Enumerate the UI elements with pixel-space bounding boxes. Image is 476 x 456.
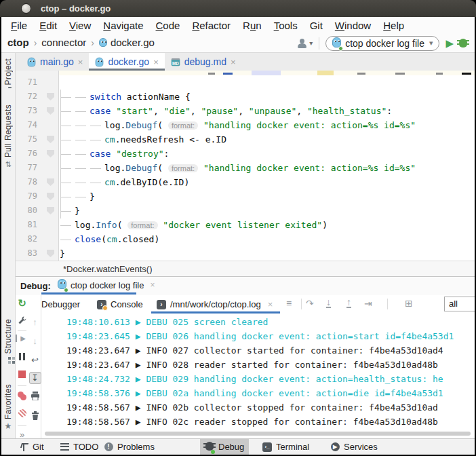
gutter-fold-cell[interactable] xyxy=(41,175,58,189)
close-icon[interactable]: × xyxy=(150,280,155,290)
sidebar-item-favorites[interactable]: Favorites★ xyxy=(1,384,15,430)
breadcrumb-item[interactable]: ctop xyxy=(7,37,29,48)
statusbar-item-services[interactable]: ▶Services xyxy=(325,439,382,455)
line-number[interactable]: 74 xyxy=(16,118,41,132)
gutter-fold-cell[interactable] xyxy=(41,232,58,246)
line-number[interactable]: 79 xyxy=(16,189,41,204)
menu-item-help[interactable]: Help xyxy=(377,20,410,31)
line-number[interactable]: 78 xyxy=(16,175,41,189)
fold-marker-icon[interactable] xyxy=(47,193,54,200)
print-icon[interactable] xyxy=(28,392,41,400)
fold-marker-icon[interactable] xyxy=(47,178,54,186)
fold-marker-icon[interactable] xyxy=(47,136,54,143)
sidebar-item-structure[interactable]: Structure xyxy=(1,319,15,357)
sidebar-item-project[interactable]: Project xyxy=(1,58,15,88)
close-icon[interactable]: × xyxy=(78,57,83,67)
view-options-icon[interactable]: ≡ xyxy=(286,298,292,309)
menu-item-refactor[interactable]: Refactor xyxy=(186,20,237,31)
line-number[interactable]: 80 xyxy=(16,204,41,218)
menu-item-navigate[interactable]: Navigate xyxy=(97,20,149,31)
close-icon[interactable]: × xyxy=(231,57,236,67)
breadcrumb-item[interactable]: connector xyxy=(41,37,86,48)
gutter-fold-cell[interactable] xyxy=(41,75,58,90)
down-stack-icon[interactable]: ↓ xyxy=(28,336,41,346)
statusbar-item-terminal[interactable]: ›_Terminal xyxy=(258,439,314,455)
step-over-icon[interactable]: ↷ xyxy=(306,298,314,309)
chevron-down-icon[interactable]: ▾ xyxy=(309,39,313,47)
gutter-fold-cell[interactable] xyxy=(41,90,58,104)
gutter-fold-cell[interactable] xyxy=(41,161,58,175)
code-editor[interactable]: 7172switch actionName {73case "start", "… xyxy=(16,71,475,261)
gutter-fold-cell[interactable] xyxy=(41,132,58,147)
menu-item-git[interactable]: Git xyxy=(304,20,329,31)
close-icon[interactable]: × xyxy=(268,299,273,309)
gutter-fold-cell[interactable] xyxy=(41,204,58,218)
line-number[interactable]: 76 xyxy=(16,147,41,161)
log-filter-select[interactable]: all xyxy=(444,297,475,311)
fold-marker-icon[interactable] xyxy=(47,107,54,115)
window-button-icon[interactable] xyxy=(21,3,31,14)
editor-tab-docker-go[interactable]: docker.go× xyxy=(89,53,164,71)
soft-wrap-icon[interactable]: ↩ xyxy=(28,355,41,365)
evaluate-expression-icon[interactable]: ⊞ xyxy=(405,298,413,309)
horizontal-scrollbar[interactable] xyxy=(45,432,471,436)
menu-item-view[interactable]: View xyxy=(63,20,97,31)
line-number[interactable]: 77 xyxy=(16,161,41,175)
statusbar-item-debug[interactable]: Debug xyxy=(200,439,249,455)
menu-item-edit[interactable]: Edit xyxy=(33,20,63,31)
fold-marker-icon[interactable] xyxy=(47,93,54,100)
step-into-icon[interactable]: ↓ xyxy=(326,298,331,308)
resume-icon[interactable]: ▶ xyxy=(16,335,28,342)
fold-marker-icon[interactable] xyxy=(47,207,54,214)
line-number[interactable]: 83 xyxy=(16,246,41,261)
close-icon[interactable]: × xyxy=(153,57,159,67)
editor-tab-main-go[interactable]: main.go× xyxy=(21,53,89,71)
tab-log-file[interactable]: › /mnt/work/ctop/ctop.log × xyxy=(157,295,273,314)
fold-marker-icon[interactable] xyxy=(47,250,54,257)
step-out-icon[interactable]: ↑ xyxy=(346,298,351,308)
gutter-fold-cell[interactable] xyxy=(41,246,58,261)
line-number[interactable]: 72 xyxy=(16,90,41,104)
debug-button[interactable] xyxy=(459,39,467,48)
line-number[interactable]: 81 xyxy=(16,218,41,232)
gutter-fold-cell[interactable] xyxy=(41,218,58,232)
mute-breakpoints-icon[interactable] xyxy=(16,409,28,419)
gutter-fold-cell[interactable] xyxy=(41,189,58,204)
settings-wrench-icon[interactable] xyxy=(16,316,28,326)
editor-tab-debug-md[interactable]: MDdebug.md× xyxy=(165,53,242,71)
menu-item-code[interactable]: Code xyxy=(150,20,186,31)
user-avatar-icon[interactable] xyxy=(297,38,308,48)
run-button[interactable]: ▶ xyxy=(445,37,454,50)
up-stack-icon[interactable]: ↑ xyxy=(28,317,41,327)
stop-icon[interactable] xyxy=(16,370,28,380)
menu-item-tools[interactable]: Tools xyxy=(268,20,304,31)
menu-item-file[interactable]: File xyxy=(5,20,33,31)
tab-debugger[interactable]: Debugger xyxy=(41,295,80,314)
line-number[interactable]: 71 xyxy=(16,75,41,90)
gutter-fold-cell[interactable] xyxy=(41,104,58,118)
statusbar-item-git[interactable]: Git xyxy=(14,439,49,455)
pause-icon[interactable] xyxy=(16,352,28,362)
gutter-fold-cell[interactable] xyxy=(41,118,58,132)
more-actions-icon[interactable]: » xyxy=(16,430,28,438)
scroll-to-end-icon[interactable]: ↧ xyxy=(28,372,41,384)
clear-trash-icon[interactable] xyxy=(28,411,41,420)
menu-item-run[interactable]: Run xyxy=(237,20,268,31)
line-number[interactable]: 73 xyxy=(16,104,41,118)
statusbar-item-todo[interactable]: TODO xyxy=(55,439,103,455)
fold-marker-icon[interactable] xyxy=(47,150,54,157)
gutter-fold-cell[interactable] xyxy=(41,147,58,161)
line-number[interactable]: 75 xyxy=(16,132,41,147)
rerun-icon[interactable]: ↻ xyxy=(16,297,28,309)
view-breakpoints-icon[interactable] xyxy=(16,392,28,402)
statusbar-item-problems[interactable]: !Problems xyxy=(99,439,159,455)
line-number[interactable]: 82 xyxy=(16,232,41,246)
sidebar-item-pull-requests[interactable]: Pull Requests⇅ xyxy=(1,104,15,168)
log-console[interactable]: 19:48:10.613 ▶ DEBU 025 screen cleared19… xyxy=(42,314,475,438)
menu-item-window[interactable]: Window xyxy=(329,20,377,31)
run-configuration-select[interactable]: ctop docker log file ▾ xyxy=(325,36,439,51)
debug-session-tab[interactable]: ctop docker log file × xyxy=(58,277,155,293)
breadcrumb-item[interactable]: docker.go xyxy=(111,37,155,48)
tab-console[interactable]: › Console xyxy=(97,295,143,314)
run-to-cursor-icon[interactable]: ⇥ xyxy=(364,298,372,309)
